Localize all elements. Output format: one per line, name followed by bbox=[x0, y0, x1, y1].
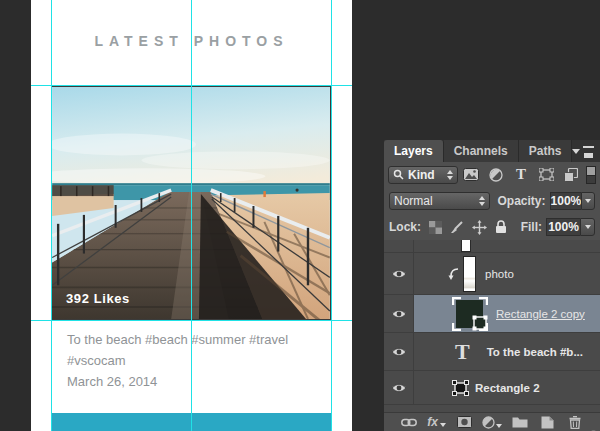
visibility-toggle[interactable] bbox=[384, 371, 414, 404]
tab-layers[interactable]: Layers bbox=[384, 140, 444, 162]
adjustment-arrow-icon bbox=[496, 424, 502, 428]
panel-menu-button[interactable] bbox=[572, 140, 600, 162]
layer-row-rectangle-2[interactable]: Rectangle 2 bbox=[384, 371, 600, 405]
shape-icon bbox=[539, 168, 554, 181]
visibility-toggle[interactable] bbox=[384, 253, 414, 294]
link-layers-button[interactable] bbox=[395, 418, 423, 427]
tab-channels[interactable]: Channels bbox=[444, 140, 519, 162]
lock-all-padlock-icon[interactable] bbox=[495, 220, 507, 234]
eye-cell[interactable] bbox=[384, 240, 414, 252]
visibility-toggle[interactable] bbox=[384, 333, 414, 370]
layers-panel: Layers Channels Paths Kind bbox=[384, 140, 600, 431]
menu-triangle-icon bbox=[572, 149, 580, 154]
guide-vertical-right bbox=[331, 0, 332, 431]
new-layer-icon bbox=[541, 416, 554, 429]
chain-link-icon bbox=[401, 418, 417, 427]
guide-horizontal-photo-top bbox=[31, 85, 352, 86]
layers-bottom-bar: fx bbox=[384, 412, 600, 431]
menu-lines-icon bbox=[583, 146, 594, 153]
fill-dropdown-button[interactable] bbox=[580, 218, 595, 236]
likes-label: 392 Likes bbox=[66, 291, 130, 306]
adjustment-icon bbox=[489, 168, 503, 182]
filter-row: Kind T bbox=[384, 162, 600, 187]
layer-row-partial[interactable] bbox=[384, 240, 600, 253]
opacity-value-field[interactable]: 100% bbox=[550, 192, 582, 210]
fill-label: Fill: bbox=[521, 220, 542, 234]
shape-path-thumbnail[interactable] bbox=[452, 380, 469, 396]
layer-row-rectangle-2-copy[interactable]: Rectangle 2 copy bbox=[384, 295, 600, 333]
fx-icon: fx bbox=[427, 415, 438, 429]
lock-label: Lock: bbox=[389, 220, 421, 234]
kind-spinner-icon bbox=[447, 170, 453, 180]
eye-icon bbox=[391, 347, 407, 357]
smart-object-icon bbox=[564, 168, 578, 182]
layer-row-text[interactable]: T To the beach #b... bbox=[384, 333, 600, 371]
opacity-arrow-icon bbox=[585, 199, 591, 203]
lock-position-move-icon[interactable] bbox=[472, 220, 487, 235]
photo-caption: To the beach #beach #summer #travel #vsc… bbox=[67, 329, 288, 392]
fx-arrow-icon bbox=[440, 423, 446, 427]
visibility-toggle[interactable] bbox=[384, 295, 414, 332]
tab-paths[interactable]: Paths bbox=[519, 140, 573, 162]
fill-value-field[interactable]: 100% bbox=[546, 218, 580, 236]
caption-line-2: #vscocam bbox=[67, 350, 288, 371]
image-icon bbox=[463, 168, 479, 181]
search-icon bbox=[393, 169, 404, 180]
photoshop-workspace: LATEST PHOTOS bbox=[0, 0, 600, 431]
layer-style-button[interactable]: fx bbox=[423, 415, 451, 429]
guide-vertical-center bbox=[191, 0, 192, 431]
clipping-mask-arrow-icon bbox=[447, 267, 459, 280]
partial-layer-thumbnail bbox=[461, 240, 471, 252]
new-group-button[interactable] bbox=[506, 416, 534, 428]
blend-mode-dropdown[interactable]: Normal bbox=[389, 192, 490, 210]
filter-type-layers-button[interactable]: T bbox=[508, 166, 533, 183]
folder-icon bbox=[512, 416, 528, 428]
layer-thumbnail[interactable] bbox=[463, 256, 476, 292]
filter-adjustment-layers-button[interactable] bbox=[483, 168, 508, 182]
eye-icon bbox=[391, 383, 407, 393]
lock-transparency-icon[interactable] bbox=[429, 221, 442, 234]
guide-horizontal-photo-bottom bbox=[31, 320, 352, 321]
eye-icon bbox=[391, 269, 407, 279]
panel-tabbar: Layers Channels Paths bbox=[384, 140, 600, 162]
guide-vertical-left bbox=[51, 0, 52, 431]
new-adjustment-layer-button[interactable] bbox=[478, 416, 506, 429]
layer-name[interactable]: To the beach #b... bbox=[487, 346, 583, 358]
kind-filter-dropdown[interactable]: Kind bbox=[388, 166, 458, 184]
blend-mode-value: Normal bbox=[394, 194, 433, 208]
trash-icon bbox=[569, 416, 581, 429]
add-layer-mask-button[interactable] bbox=[450, 416, 478, 428]
lock-paint-brush-icon[interactable] bbox=[450, 220, 464, 234]
type-icon: T bbox=[516, 166, 526, 183]
blend-spinner-icon bbox=[479, 196, 485, 206]
kind-label: Kind bbox=[408, 168, 435, 182]
layer-name[interactable]: photo bbox=[485, 268, 514, 280]
opacity-label: Opacity: bbox=[498, 194, 546, 208]
layer-row-photo[interactable]: photo bbox=[384, 253, 600, 295]
delete-layer-button[interactable] bbox=[561, 416, 589, 429]
blend-mode-row: Normal Opacity: 100% bbox=[384, 187, 600, 214]
filter-smart-objects-button[interactable] bbox=[559, 168, 584, 182]
lock-row: Lock: Fill: 100% bbox=[384, 214, 600, 240]
type-layer-thumbnail[interactable]: T bbox=[455, 339, 470, 365]
filter-shape-layers-button[interactable] bbox=[534, 168, 559, 181]
layer-name[interactable]: Rectangle 2 copy bbox=[496, 308, 585, 320]
new-layer-button[interactable] bbox=[534, 416, 562, 429]
layer-list: photo bbox=[384, 240, 600, 412]
layer-mask-icon bbox=[457, 416, 472, 428]
opacity-dropdown-button[interactable] bbox=[581, 192, 595, 210]
caption-line-1: To the beach #beach #summer #travel bbox=[67, 329, 288, 350]
caption-line-3: March 26, 2014 bbox=[67, 371, 288, 392]
filter-toggle-switch[interactable] bbox=[586, 166, 596, 184]
fill-arrow-icon bbox=[585, 225, 591, 229]
shape-layer-thumbnail[interactable] bbox=[452, 297, 488, 331]
adjustment-circle-icon bbox=[482, 416, 495, 429]
eye-icon bbox=[391, 309, 407, 319]
layer-name[interactable]: Rectangle 2 bbox=[475, 382, 540, 394]
filter-pixel-layers-button[interactable] bbox=[458, 168, 483, 181]
toggle-knob bbox=[587, 167, 595, 176]
